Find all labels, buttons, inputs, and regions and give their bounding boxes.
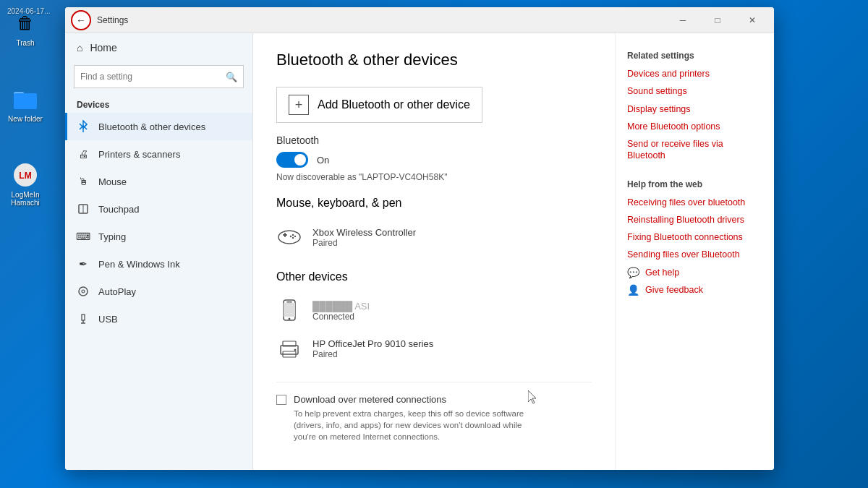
controller-name: Xbox Wireless Controller	[312, 227, 416, 238]
checkbox-label: Download over metered connections	[294, 394, 540, 405]
printer-info: HP OfficeJet Pro 9010 series Paired	[312, 338, 433, 359]
sidebar-item-mouse[interactable]: 🖱 Mouse	[65, 168, 252, 195]
link-display-settings[interactable]: Display settings	[627, 103, 762, 115]
link-sound-settings[interactable]: Sound settings	[627, 85, 762, 97]
link-fixing-connections[interactable]: Fixing Bluetooth connections	[627, 231, 762, 243]
logmein-icon: LM	[12, 162, 38, 188]
sidebar-item-touchpad[interactable]: Touchpad	[65, 195, 252, 223]
svg-rect-2	[14, 93, 37, 108]
window-title: Settings	[97, 15, 667, 25]
restore-button[interactable]: □	[702, 9, 733, 32]
sidebar-home[interactable]: ⌂ Home	[65, 33, 252, 62]
right-panel: Related settings Devices and printers So…	[615, 33, 774, 470]
desktop-date: 2024-06-17...	[7, 7, 51, 15]
sidebar-section-devices: Devices	[65, 94, 252, 113]
svg-text:LM: LM	[19, 171, 31, 181]
related-settings-title: Related settings	[627, 51, 762, 61]
sidebar-item-autoplay[interactable]: AutoPlay	[65, 278, 252, 305]
mouse-keyboard-section: Mouse, keyboard, & pen	[276, 197, 592, 256]
link-more-bluetooth[interactable]: More Bluetooth options	[627, 121, 762, 132]
printer-name: HP OfficeJet Pro 9010 series	[312, 338, 433, 349]
bluetooth-toggle[interactable]	[276, 152, 308, 168]
feedback-link[interactable]: Give feedback	[645, 285, 703, 295]
mouse-keyboard-title: Mouse, keyboard, & pen	[276, 197, 592, 210]
svg-point-16	[294, 236, 296, 237]
feedback-item[interactable]: 👤 Give feedback	[627, 284, 762, 296]
link-receiving-files[interactable]: Receiving files over bluetooth	[627, 197, 762, 208]
metered-connections-row: Download over metered connections To hel…	[276, 382, 592, 442]
get-help-item[interactable]: 💬 Get help	[627, 267, 762, 278]
phone-name: ██████ ASI	[312, 301, 370, 312]
get-help-link[interactable]: Get help	[645, 267, 679, 278]
link-sending-files[interactable]: Sending files over Bluetooth	[627, 249, 762, 260]
desktop-icons: 🗑 Trash New folder LM LogMeIn Ham	[0, 0, 51, 488]
add-device-button[interactable]: + Add Bluetooth or other device	[276, 87, 482, 123]
link-send-receive[interactable]: Send or receive files via Bluetooth	[627, 138, 762, 162]
sidebar-item-typing[interactable]: ⌨ Typing	[65, 223, 252, 250]
home-icon: ⌂	[77, 42, 82, 53]
svg-point-21	[289, 318, 291, 320]
svg-point-17	[290, 236, 292, 237]
search-box[interactable]: 🔍	[74, 65, 244, 88]
sidebar-item-bluetooth[interactable]: Bluetooth & other devices	[65, 113, 252, 140]
sidebar-item-mouse-label: Mouse	[98, 176, 127, 187]
close-button[interactable]: ✕	[736, 9, 768, 32]
phone-item[interactable]: ██████ ASI Connected	[276, 292, 592, 330]
bluetooth-toggle-label: On	[317, 155, 329, 166]
checkbox-text: Download over metered connections To hel…	[294, 394, 540, 442]
trash-label: Trash	[16, 39, 34, 47]
desktop: 🗑 Trash New folder LM LogMeIn Ham	[0, 0, 868, 488]
link-devices-printers[interactable]: Devices and printers	[627, 68, 762, 80]
add-device-label: Add Bluetooth or other device	[318, 98, 470, 111]
sidebar-item-typing-label: Typing	[98, 231, 126, 242]
printers-icon: 🖨	[77, 147, 90, 160]
checkbox-desc: To help prevent extra charges, keep this…	[294, 408, 540, 442]
sidebar-item-pen[interactable]: ✒ Pen & Windows Ink	[65, 250, 252, 278]
sidebar-item-bluetooth-label: Bluetooth & other devices	[98, 121, 205, 132]
help-title: Help from the web	[627, 179, 762, 189]
settings-window: ← Settings ─ □ ✕ ⌂ Home 🔍 Devices	[65, 7, 774, 470]
controller-item[interactable]: Xbox Wireless Controller Paired	[276, 218, 592, 256]
window-controls: ─ □ ✕	[667, 9, 768, 32]
search-icon: 🔍	[226, 72, 237, 82]
printer-item[interactable]: HP OfficeJet Pro 9010 series Paired	[276, 330, 592, 367]
metered-checkbox[interactable]	[276, 395, 286, 405]
sidebar: ⌂ Home 🔍 Devices	[65, 33, 253, 470]
bluetooth-heading: Bluetooth	[276, 134, 592, 146]
sidebar-item-printers-label: Printers & scanners	[98, 149, 180, 160]
controller-status: Paired	[312, 238, 416, 248]
sidebar-item-pen-label: Pen & Windows Ink	[98, 259, 180, 270]
minimize-button[interactable]: ─	[667, 9, 699, 32]
add-icon: +	[289, 95, 309, 115]
sidebar-item-usb-label: USB	[98, 314, 118, 325]
back-button[interactable]: ←	[71, 10, 91, 30]
desktop-icon-logmein[interactable]: LM LogMeIn Hamachi	[1, 159, 50, 210]
autoplay-icon	[77, 285, 90, 298]
page-title: Bluetooth & other devices	[276, 51, 592, 69]
feedback-icon: 👤	[627, 284, 639, 296]
svg-point-8	[82, 290, 85, 293]
bluetooth-toggle-row: On	[276, 152, 592, 168]
bluetooth-section: Bluetooth On Now discoverable as "LAPTOP…	[276, 134, 592, 182]
discoverable-text: Now discoverable as "LAPTOP-VC4OH58K"	[276, 172, 592, 182]
svg-rect-20	[286, 301, 292, 303]
svg-point-7	[79, 287, 88, 296]
sidebar-item-usb[interactable]: USB	[65, 305, 252, 333]
controller-info: Xbox Wireless Controller Paired	[312, 227, 416, 248]
svg-rect-14	[284, 233, 286, 237]
other-devices-title: Other devices	[276, 270, 592, 283]
title-bar: ← Settings ─ □ ✕	[65, 7, 774, 33]
controller-icon	[276, 224, 302, 250]
desktop-icon-folder[interactable]: New folder	[5, 83, 46, 126]
svg-point-18	[292, 237, 294, 239]
help-section: Help from the web Receiving files over b…	[627, 179, 762, 296]
mouse-icon: 🖱	[77, 175, 90, 188]
folder-icon	[12, 86, 38, 112]
phone-icon	[276, 298, 302, 324]
link-reinstalling-drivers[interactable]: Reinstalling Bluetooth drivers	[627, 214, 762, 226]
window-body: ⌂ Home 🔍 Devices	[65, 33, 774, 470]
search-input[interactable]	[80, 72, 226, 82]
svg-rect-22	[284, 303, 295, 317]
sidebar-item-printers[interactable]: 🖨 Printers & scanners	[65, 140, 252, 168]
phone-info: ██████ ASI Connected	[312, 301, 370, 322]
